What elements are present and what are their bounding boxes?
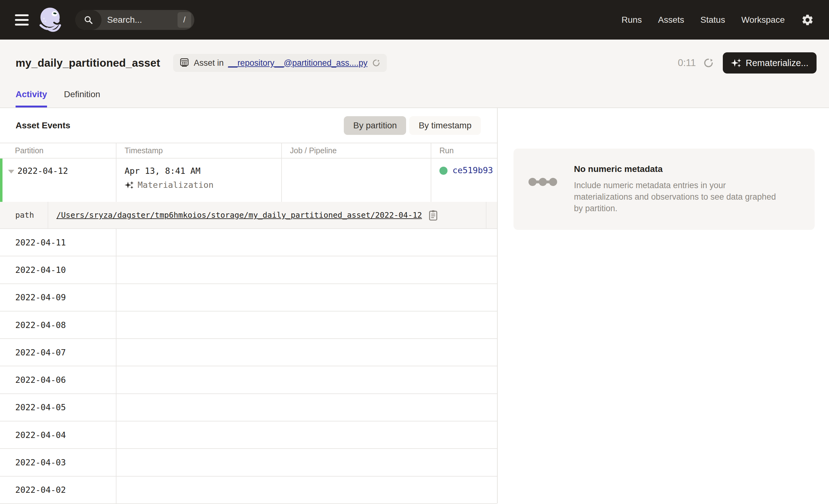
column-header-job-pipeline: Job / Pipeline [282, 143, 431, 158]
partition-label[interactable]: 2022-04-11 [0, 229, 116, 256]
asset-badge-prefix: Asset in [194, 58, 224, 68]
events-table-header: Partition Timestamp Job / Pipeline Run [0, 143, 497, 158]
table-row[interactable]: 2022-04-06 [0, 366, 497, 394]
top-nav: Search... / Runs Assets Status Workspace [0, 0, 829, 40]
table-row[interactable]: 2022-04-02 [0, 477, 497, 504]
refresh-timer: 0:11 [678, 57, 696, 69]
by-timestamp-toggle[interactable]: By timestamp [409, 116, 481, 135]
page-title: my_daily_partitioned_asset [15, 57, 160, 69]
column-header-run: Run [431, 143, 497, 158]
table-row[interactable]: 2022-04-11 [0, 229, 497, 256]
table-row[interactable]: 2022-04-03 [0, 449, 497, 476]
event-type-label: Materialization [138, 180, 214, 190]
partition-label[interactable]: 2022-04-09 [0, 284, 116, 311]
tab-activity[interactable]: Activity [15, 89, 47, 107]
menu-icon[interactable] [15, 14, 29, 26]
settings-gear-icon[interactable] [801, 13, 814, 27]
search-placeholder: Search... [107, 15, 178, 25]
table-row-selected-partition[interactable]: 2022-04-12 Apr 13, 8:41 AM Materializati… [0, 158, 497, 202]
repository-icon [179, 58, 189, 68]
metadata-key: path [0, 202, 48, 228]
refresh-icon[interactable] [703, 57, 714, 69]
tab-definition[interactable]: Definition [64, 89, 100, 107]
partition-label[interactable]: 2022-04-03 [0, 449, 116, 476]
partition-label[interactable]: 2022-04-06 [0, 366, 116, 393]
job-pipeline-cell-empty [282, 158, 431, 202]
partition-label[interactable]: 2022-04-05 [0, 394, 116, 421]
nav-link-assets[interactable]: Assets [658, 15, 684, 25]
metadata-path-row: path /Users/sryza/dagster/tmp6hmkoios/st… [0, 202, 497, 229]
metadata-path-link[interactable]: /Users/sryza/dagster/tmp6hmkoios/storage… [57, 211, 422, 220]
table-row[interactable]: 2022-04-04 [0, 422, 497, 449]
reload-repository-icon[interactable] [372, 59, 381, 67]
run-status-dot [439, 167, 447, 175]
empty-state-body: Include numeric metadata entries in your… [574, 180, 776, 214]
empty-state-title: No numeric metadata [574, 164, 776, 174]
no-numeric-metadata-card: No numeric metadata Include numeric meta… [513, 149, 815, 230]
materialization-sparkle-icon [124, 180, 134, 190]
dagster-logo[interactable] [38, 6, 65, 34]
column-header-timestamp: Timestamp [116, 143, 282, 158]
materialize-sparkle-icon [731, 58, 742, 68]
event-timestamp: Apr 13, 8:41 AM [124, 166, 281, 176]
partition-label[interactable]: 2022-04-04 [0, 422, 116, 448]
asset-events-section: Asset Events By partition By timestamp P… [0, 108, 498, 503]
partition-label[interactable]: 2022-04-08 [0, 312, 116, 338]
collapse-chevron-icon[interactable] [8, 170, 14, 174]
asset-page-header: my_daily_partitioned_asset Asset in __re… [0, 40, 829, 108]
asset-origin-badge: Asset in __repository__@partitioned_ass.… [173, 54, 387, 72]
table-row[interactable]: 2022-04-05 [0, 394, 497, 422]
search-icon [75, 10, 102, 30]
asset-events-heading: Asset Events [15, 120, 70, 131]
asset-tabs: Activity Definition [15, 89, 100, 107]
search-input[interactable]: Search... / [75, 10, 194, 30]
table-row[interactable]: 2022-04-08 [0, 312, 497, 339]
search-shortcut-key: / [178, 12, 191, 28]
nav-links: Runs Assets Status Workspace [622, 15, 785, 25]
partition-label[interactable]: 2022-04-07 [0, 339, 116, 366]
partition-label[interactable]: 2022-04-10 [0, 256, 116, 283]
partition-metadata-panel: No numeric metadata Include numeric meta… [498, 108, 829, 503]
repository-link[interactable]: __repository__@partitioned_ass....py [228, 58, 367, 68]
rematerialize-label: Rematerialize... [746, 58, 808, 68]
rematerialize-button[interactable]: Rematerialize... [723, 52, 817, 73]
graphed-data-icon [529, 177, 557, 187]
by-partition-toggle[interactable]: By partition [344, 116, 406, 135]
partition-label: 2022-04-12 [17, 166, 68, 176]
table-row[interactable]: 2022-04-10 [0, 256, 497, 284]
table-row[interactable]: 2022-04-07 [0, 339, 497, 366]
nav-link-status[interactable]: Status [700, 15, 725, 25]
nav-link-runs[interactable]: Runs [622, 15, 642, 25]
copy-to-clipboard-icon[interactable] [428, 210, 438, 221]
partition-label[interactable]: 2022-04-02 [0, 477, 116, 503]
run-id-link[interactable]: ce519b93 [453, 166, 493, 175]
table-row[interactable]: 2022-04-09 [0, 284, 497, 312]
column-header-partition: Partition [0, 143, 116, 158]
nav-link-workspace[interactable]: Workspace [741, 15, 785, 25]
